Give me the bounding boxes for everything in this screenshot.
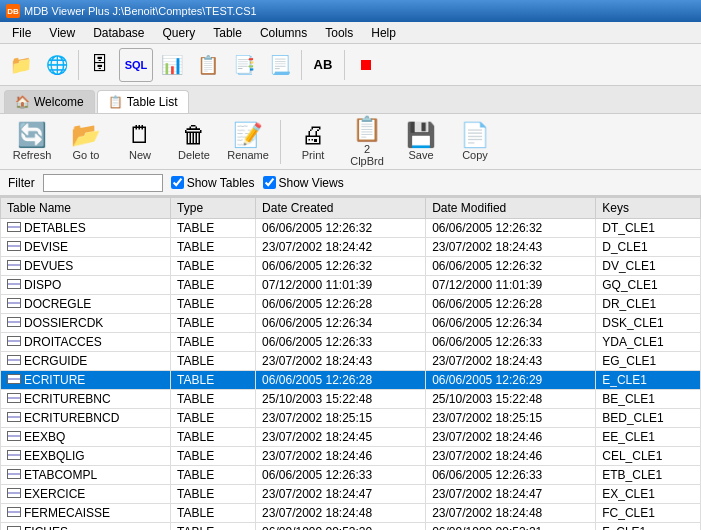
new-icon: 🗒 (128, 123, 152, 147)
cell-created: 23/07/2002 18:24:43 (256, 352, 426, 371)
refresh-icon: 🔄 (17, 123, 47, 147)
cell-modified: 23/07/2002 18:24:46 (426, 447, 596, 466)
cell-type: TABLE (171, 257, 256, 276)
cell-type: TABLE (171, 504, 256, 523)
toolbar-table1-icon[interactable]: 📊 (155, 48, 189, 82)
table-row[interactable]: ECRITURETABLE06/06/2005 12:26:2806/06/20… (1, 371, 701, 390)
cell-type: TABLE (171, 466, 256, 485)
col-header-keys[interactable]: Keys (596, 198, 701, 219)
copy-button[interactable]: 📄 Copy (451, 119, 499, 165)
table-row[interactable]: ETABCOMPLTABLE06/06/2005 12:26:3306/06/2… (1, 466, 701, 485)
table-row[interactable]: DISPOTABLE07/12/2000 11:01:3907/12/2000 … (1, 276, 701, 295)
toolbar-folder-icon[interactable]: 📁 (4, 48, 38, 82)
menu-item-tools[interactable]: Tools (317, 24, 361, 42)
cell-created: 06/06/2005 12:26:32 (256, 257, 426, 276)
table-row[interactable]: DOCREGLETABLE06/06/2005 12:26:2806/06/20… (1, 295, 701, 314)
table-row[interactable]: DEVISETABLE23/07/2002 18:24:4223/07/2002… (1, 238, 701, 257)
table-row[interactable]: DOSSIERCDKTABLE06/06/2005 12:26:3406/06/… (1, 314, 701, 333)
cell-type: TABLE (171, 352, 256, 371)
col-header-created[interactable]: Date Created (256, 198, 426, 219)
delete-button[interactable]: 🗑 Delete (170, 119, 218, 165)
cell-created: 06/06/2005 12:26:34 (256, 314, 426, 333)
filter-input[interactable] (43, 174, 163, 192)
table-row[interactable]: ECRGUIDETABLE23/07/2002 18:24:4323/07/20… (1, 352, 701, 371)
cell-name: EEXBQ (1, 428, 171, 447)
toolbar-table2-icon[interactable]: 📋 (191, 48, 225, 82)
cell-keys: D_CLE1 (596, 238, 701, 257)
print-icon: 🖨 (301, 123, 325, 147)
cell-created: 25/10/2003 15:22:48 (256, 390, 426, 409)
print-button[interactable]: 🖨 Print (289, 119, 337, 165)
goto-button[interactable]: 📂 Go to (62, 119, 110, 165)
cell-modified: 06/06/2005 12:26:29 (426, 371, 596, 390)
cell-modified: 06/06/2005 12:26:32 (426, 257, 596, 276)
copy-icon: 📄 (460, 123, 490, 147)
col-header-modified[interactable]: Date Modified (426, 198, 596, 219)
cell-name: DETABLES (1, 219, 171, 238)
show-tables-checkbox[interactable] (171, 176, 184, 189)
app-icon: DB (6, 4, 20, 18)
cell-type: TABLE (171, 314, 256, 333)
menu-item-help[interactable]: Help (363, 24, 404, 42)
menu-item-database[interactable]: Database (85, 24, 152, 42)
show-tables-checkbox-label[interactable]: Show Tables (171, 176, 255, 190)
col-header-type[interactable]: Type (171, 198, 256, 219)
table-row[interactable]: EXERCICETABLE23/07/2002 18:24:4723/07/20… (1, 485, 701, 504)
table-body: DETABLESTABLE06/06/2005 12:26:3206/06/20… (1, 219, 701, 531)
cell-name: DOCREGLE (1, 295, 171, 314)
table-row[interactable]: EEXBQLIGTABLE23/07/2002 18:24:4623/07/20… (1, 447, 701, 466)
table-row[interactable]: DEVUESTABLE06/06/2005 12:26:3206/06/2005… (1, 257, 701, 276)
col-header-name[interactable]: Table Name (1, 198, 171, 219)
cell-modified: 06/09/1999 09:53:21 (426, 523, 596, 531)
toolbar-stop-icon[interactable]: ⏹ (349, 48, 383, 82)
cell-keys: EX_CLE1 (596, 485, 701, 504)
table-row[interactable]: EEXBQTABLE23/07/2002 18:24:4523/07/2002 … (1, 428, 701, 447)
show-views-checkbox[interactable] (263, 176, 276, 189)
cell-type: TABLE (171, 276, 256, 295)
cell-keys: EG_CLE1 (596, 352, 701, 371)
table-row[interactable]: DROITACCESTABLE06/06/2005 12:26:3306/06/… (1, 333, 701, 352)
table-row[interactable]: FICHESTABLE06/09/1999 09:53:2006/09/1999… (1, 523, 701, 531)
table-row[interactable]: DETABLESTABLE06/06/2005 12:26:3206/06/20… (1, 219, 701, 238)
toolbar-table4-icon[interactable]: 📃 (263, 48, 297, 82)
menu-item-table[interactable]: Table (205, 24, 250, 42)
table-row[interactable]: ECRITUREBNCTABLE25/10/2003 15:22:4825/10… (1, 390, 701, 409)
toolbar-sql-icon[interactable]: SQL (119, 48, 153, 82)
cell-keys: E_CLE1 (596, 371, 701, 390)
cell-modified: 23/07/2002 18:25:15 (426, 409, 596, 428)
action-sep (280, 120, 281, 164)
cell-created: 23/07/2002 18:24:46 (256, 447, 426, 466)
save-button[interactable]: 💾 Save (397, 119, 445, 165)
menu-item-columns[interactable]: Columns (252, 24, 315, 42)
cell-modified: 23/07/2002 18:24:43 (426, 238, 596, 257)
cell-name: FERMECAISSE (1, 504, 171, 523)
menu-item-file[interactable]: File (4, 24, 39, 42)
rename-button[interactable]: 📝 Rename (224, 119, 272, 165)
toolbar-sep1 (78, 50, 79, 80)
toolbar-table3-icon[interactable]: 📑 (227, 48, 261, 82)
clipboard-button[interactable]: 📋 2 ClpBrd (343, 113, 391, 171)
table-header-row: Table Name Type Date Created Date Modifi… (1, 198, 701, 219)
data-table: Table Name Type Date Created Date Modifi… (0, 197, 701, 530)
cell-name: EXERCICE (1, 485, 171, 504)
cell-keys: DV_CLE1 (596, 257, 701, 276)
menu-item-view[interactable]: View (41, 24, 83, 42)
tab-welcome[interactable]: 🏠 Welcome (4, 90, 95, 113)
table-row[interactable]: ECRITUREBNCDTABLE23/07/2002 18:25:1523/0… (1, 409, 701, 428)
refresh-button[interactable]: 🔄 Refresh (8, 119, 56, 165)
tabbar: 🏠 Welcome 📋 Table List (0, 86, 701, 114)
menubar: FileViewDatabaseQueryTableColumnsToolsHe… (0, 22, 701, 44)
tab-tablelist[interactable]: 📋 Table List (97, 90, 189, 113)
new-button[interactable]: 🗒 New (116, 119, 164, 165)
cell-created: 06/06/2005 12:26:28 (256, 295, 426, 314)
show-views-checkbox-label[interactable]: Show Views (263, 176, 344, 190)
menu-item-query[interactable]: Query (155, 24, 204, 42)
toolbar-db-icon[interactable]: 🗄 (83, 48, 117, 82)
cell-type: TABLE (171, 428, 256, 447)
cell-name: DEVISE (1, 238, 171, 257)
cell-name: ECRITUREBNC (1, 390, 171, 409)
goto-icon: 📂 (71, 123, 101, 147)
toolbar-back-icon[interactable]: 🌐 (40, 48, 74, 82)
table-row[interactable]: FERMECAISSETABLE23/07/2002 18:24:4823/07… (1, 504, 701, 523)
toolbar-ab-icon[interactable]: AB (306, 48, 340, 82)
